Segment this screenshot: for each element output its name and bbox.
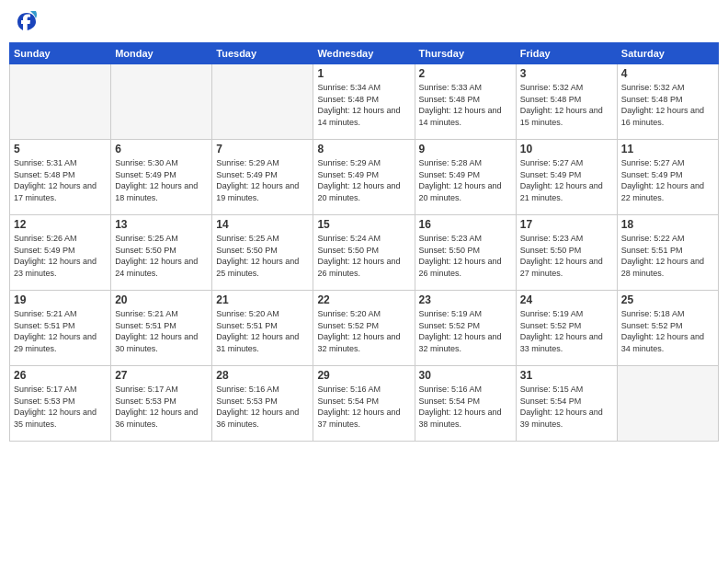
calendar-cell: 27Sunrise: 5:17 AMSunset: 5:53 PMDayligh…: [111, 366, 212, 442]
cell-info: Sunrise: 5:25 AMSunset: 5:50 PMDaylight:…: [115, 233, 208, 279]
cell-info: Sunrise: 5:32 AMSunset: 5:48 PMDaylight:…: [520, 82, 613, 128]
cell-info: Sunrise: 5:16 AMSunset: 5:53 PMDaylight:…: [216, 384, 309, 430]
day-number: 30: [419, 369, 512, 382]
day-number: 10: [520, 143, 613, 155]
page: SundayMondayTuesdayWednesdayThursdayFrid…: [0, 0, 728, 563]
day-number: 27: [115, 369, 208, 382]
calendar-cell: 12Sunrise: 5:26 AMSunset: 5:49 PMDayligh…: [10, 215, 111, 291]
day-number: 13: [115, 218, 208, 231]
cell-info: Sunrise: 5:23 AMSunset: 5:50 PMDaylight:…: [419, 233, 512, 279]
calendar-cell: [617, 366, 718, 442]
day-number: 21: [216, 293, 309, 306]
cell-info: Sunrise: 5:21 AMSunset: 5:51 PMDaylight:…: [14, 308, 107, 354]
calendar-cell: 3Sunrise: 5:32 AMSunset: 5:48 PMDaylight…: [516, 64, 617, 140]
day-number: 3: [520, 67, 613, 80]
day-number: 7: [216, 143, 309, 155]
calendar-cell: 25Sunrise: 5:18 AMSunset: 5:52 PMDayligh…: [617, 291, 718, 366]
cell-info: Sunrise: 5:26 AMSunset: 5:49 PMDaylight:…: [14, 233, 107, 279]
cell-info: Sunrise: 5:29 AMSunset: 5:49 PMDaylight:…: [317, 157, 410, 203]
calendar-day-header: Wednesday: [313, 43, 415, 64]
calendar-week-row: 12Sunrise: 5:26 AMSunset: 5:49 PMDayligh…: [10, 215, 719, 291]
header: [9, 9, 719, 35]
calendar-day-header: Friday: [516, 43, 617, 64]
calendar-cell: 1Sunrise: 5:34 AMSunset: 5:48 PMDaylight…: [313, 64, 415, 140]
calendar-week-row: 19Sunrise: 5:21 AMSunset: 5:51 PMDayligh…: [10, 291, 719, 366]
cell-info: Sunrise: 5:33 AMSunset: 5:48 PMDaylight:…: [419, 82, 512, 128]
calendar-cell: 29Sunrise: 5:16 AMSunset: 5:54 PMDayligh…: [313, 366, 415, 442]
cell-info: Sunrise: 5:21 AMSunset: 5:51 PMDaylight:…: [115, 308, 208, 354]
cell-info: Sunrise: 5:27 AMSunset: 5:49 PMDaylight:…: [621, 157, 714, 203]
cell-info: Sunrise: 5:28 AMSunset: 5:49 PMDaylight:…: [419, 157, 512, 203]
calendar-cell: 23Sunrise: 5:19 AMSunset: 5:52 PMDayligh…: [415, 291, 516, 366]
day-number: 25: [621, 293, 714, 306]
calendar-cell: 9Sunrise: 5:28 AMSunset: 5:49 PMDaylight…: [415, 140, 516, 215]
cell-info: Sunrise: 5:29 AMSunset: 5:49 PMDaylight:…: [216, 157, 309, 203]
day-number: 18: [621, 218, 714, 231]
day-number: 15: [317, 218, 410, 231]
day-number: 8: [317, 143, 410, 155]
calendar-day-header: Thursday: [415, 43, 516, 64]
calendar-header-row: SundayMondayTuesdayWednesdayThursdayFrid…: [10, 43, 719, 64]
day-number: 12: [14, 218, 107, 231]
day-number: 14: [216, 218, 309, 231]
day-number: 1: [317, 67, 410, 80]
calendar-cell: 8Sunrise: 5:29 AMSunset: 5:49 PMDaylight…: [313, 140, 415, 215]
cell-info: Sunrise: 5:25 AMSunset: 5:50 PMDaylight:…: [216, 233, 309, 279]
calendar-cell: 4Sunrise: 5:32 AMSunset: 5:48 PMDaylight…: [617, 64, 718, 140]
calendar-cell: 28Sunrise: 5:16 AMSunset: 5:53 PMDayligh…: [212, 366, 313, 442]
cell-info: Sunrise: 5:20 AMSunset: 5:51 PMDaylight:…: [216, 308, 309, 354]
logo: [14, 9, 43, 35]
calendar-cell: 7Sunrise: 5:29 AMSunset: 5:49 PMDaylight…: [212, 140, 313, 215]
calendar-cell: 18Sunrise: 5:22 AMSunset: 5:51 PMDayligh…: [617, 215, 718, 291]
cell-info: Sunrise: 5:24 AMSunset: 5:50 PMDaylight:…: [317, 233, 410, 279]
cell-info: Sunrise: 5:19 AMSunset: 5:52 PMDaylight:…: [520, 308, 613, 354]
day-number: 28: [216, 369, 309, 382]
cell-info: Sunrise: 5:31 AMSunset: 5:48 PMDaylight:…: [14, 157, 107, 203]
calendar-cell: [111, 64, 212, 140]
calendar-cell: [10, 64, 111, 140]
calendar-cell: 20Sunrise: 5:21 AMSunset: 5:51 PMDayligh…: [111, 291, 212, 366]
day-number: 22: [317, 293, 410, 306]
day-number: 2: [419, 67, 512, 80]
day-number: 29: [317, 369, 410, 382]
day-number: 20: [115, 293, 208, 306]
cell-info: Sunrise: 5:16 AMSunset: 5:54 PMDaylight:…: [419, 384, 512, 430]
day-number: 5: [14, 143, 107, 155]
calendar-cell: 31Sunrise: 5:15 AMSunset: 5:54 PMDayligh…: [516, 366, 617, 442]
calendar-cell: 30Sunrise: 5:16 AMSunset: 5:54 PMDayligh…: [415, 366, 516, 442]
day-number: 6: [115, 143, 208, 155]
day-number: 19: [14, 293, 107, 306]
calendar-cell: 2Sunrise: 5:33 AMSunset: 5:48 PMDaylight…: [415, 64, 516, 140]
cell-info: Sunrise: 5:30 AMSunset: 5:49 PMDaylight:…: [115, 157, 208, 203]
day-number: 31: [520, 369, 613, 382]
calendar-cell: 10Sunrise: 5:27 AMSunset: 5:49 PMDayligh…: [516, 140, 617, 215]
cell-info: Sunrise: 5:18 AMSunset: 5:52 PMDaylight:…: [621, 308, 714, 354]
day-number: 24: [520, 293, 613, 306]
cell-info: Sunrise: 5:15 AMSunset: 5:54 PMDaylight:…: [520, 384, 613, 430]
day-number: 11: [621, 143, 714, 155]
calendar-cell: 6Sunrise: 5:30 AMSunset: 5:49 PMDaylight…: [111, 140, 212, 215]
cell-info: Sunrise: 5:34 AMSunset: 5:48 PMDaylight:…: [317, 82, 410, 128]
logo-icon: [14, 9, 40, 35]
calendar-cell: 13Sunrise: 5:25 AMSunset: 5:50 PMDayligh…: [111, 215, 212, 291]
calendar-cell: 16Sunrise: 5:23 AMSunset: 5:50 PMDayligh…: [415, 215, 516, 291]
calendar-cell: 22Sunrise: 5:20 AMSunset: 5:52 PMDayligh…: [313, 291, 415, 366]
calendar-day-header: Monday: [111, 43, 212, 64]
cell-info: Sunrise: 5:17 AMSunset: 5:53 PMDaylight:…: [115, 384, 208, 430]
cell-info: Sunrise: 5:32 AMSunset: 5:48 PMDaylight:…: [621, 82, 714, 128]
calendar-cell: 5Sunrise: 5:31 AMSunset: 5:48 PMDaylight…: [10, 140, 111, 215]
cell-info: Sunrise: 5:27 AMSunset: 5:49 PMDaylight:…: [520, 157, 613, 203]
calendar-cell: 21Sunrise: 5:20 AMSunset: 5:51 PMDayligh…: [212, 291, 313, 366]
calendar-week-row: 1Sunrise: 5:34 AMSunset: 5:48 PMDaylight…: [10, 64, 719, 140]
calendar-cell: 15Sunrise: 5:24 AMSunset: 5:50 PMDayligh…: [313, 215, 415, 291]
calendar-week-row: 5Sunrise: 5:31 AMSunset: 5:48 PMDaylight…: [10, 140, 719, 215]
day-number: 26: [14, 369, 107, 382]
calendar-cell: 17Sunrise: 5:23 AMSunset: 5:50 PMDayligh…: [516, 215, 617, 291]
calendar-cell: 24Sunrise: 5:19 AMSunset: 5:52 PMDayligh…: [516, 291, 617, 366]
calendar-day-header: Tuesday: [212, 43, 313, 64]
calendar-cell: 14Sunrise: 5:25 AMSunset: 5:50 PMDayligh…: [212, 215, 313, 291]
cell-info: Sunrise: 5:16 AMSunset: 5:54 PMDaylight:…: [317, 384, 410, 430]
cell-info: Sunrise: 5:17 AMSunset: 5:53 PMDaylight:…: [14, 384, 107, 430]
cell-info: Sunrise: 5:19 AMSunset: 5:52 PMDaylight:…: [419, 308, 512, 354]
calendar-cell: 26Sunrise: 5:17 AMSunset: 5:53 PMDayligh…: [10, 366, 111, 442]
